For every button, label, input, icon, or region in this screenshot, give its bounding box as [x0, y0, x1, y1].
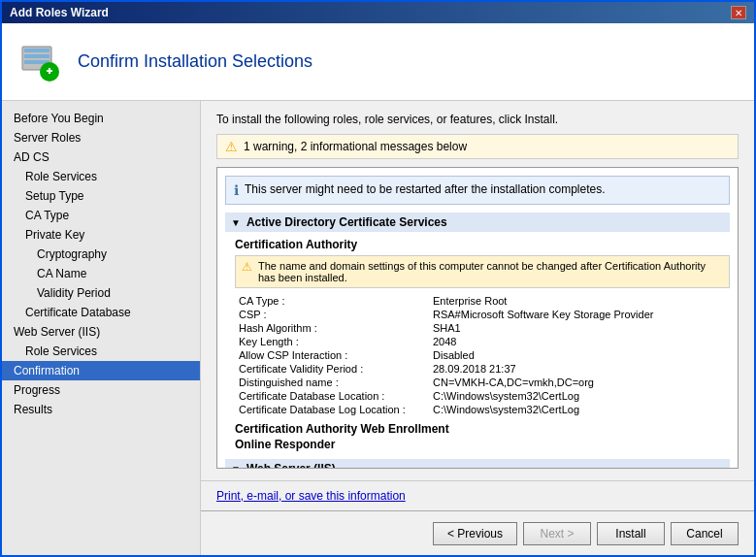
warn-box-icon: ⚠ — [242, 260, 252, 274]
table-row: Key Length : 2048 — [235, 335, 730, 348]
section-ad-cs-title: Active Directory Certificate Services — [247, 215, 447, 229]
sidebar-item-cryptography[interactable]: Cryptography — [2, 245, 200, 264]
cert-auth-warning: ⚠ The name and domain settings of this c… — [235, 255, 730, 288]
field-label: Distinguished name : — [235, 376, 429, 389]
section-ad-cs-header: ▼ Active Directory Certificate Services — [225, 213, 730, 232]
sidebar-item-private-key[interactable]: Private Key — [2, 225, 200, 245]
field-value: 28.09.2018 21:37 — [429, 362, 730, 376]
page-title: Confirm Installation Selections — [78, 51, 312, 72]
sidebar-item-ad-cs[interactable]: AD CS — [2, 147, 200, 167]
wizard-icon — [17, 39, 64, 85]
sidebar-item-server-roles[interactable]: Server Roles — [2, 128, 200, 147]
cert-auth-title: Certification Authority — [235, 238, 730, 251]
field-value: CN=VMKH-CA,DC=vmkh,DC=org — [429, 376, 730, 389]
field-label: Allow CSP Interaction : — [235, 348, 429, 362]
info-scroll-area: ℹ This server might need to be restarted… — [216, 167, 739, 469]
sidebar-item-confirmation[interactable]: Confirmation — [2, 361, 200, 380]
field-label: Hash Algorithm : — [235, 321, 429, 335]
main-area: Before You Begin Server Roles AD CS Role… — [2, 101, 754, 555]
info-banner: ℹ This server might need to be restarted… — [225, 176, 730, 205]
content: To install the following roles, role ser… — [201, 101, 754, 555]
field-value: SHA1 — [429, 321, 730, 335]
field-label: Certificate Validity Period : — [235, 362, 429, 376]
sidebar: Before You Begin Server Roles AD CS Role… — [2, 101, 201, 555]
sidebar-item-ca-type[interactable]: CA Type — [2, 206, 200, 225]
info-banner-text: This server might need to be restarted a… — [245, 182, 606, 196]
collapse-icon: ▼ — [231, 217, 241, 228]
collapse-icon-2: ▼ — [231, 464, 241, 469]
instruction-text: To install the following roles, role ser… — [216, 113, 739, 126]
warn-box-text: The name and domain settings of this com… — [258, 260, 723, 283]
table-row: Allow CSP Interaction : Disabled — [235, 348, 730, 362]
window-title: Add Roles Wizard — [10, 6, 109, 19]
sidebar-item-results[interactable]: Results — [2, 400, 200, 419]
field-label: Certificate Database Log Location : — [235, 403, 429, 416]
warning-triangle-icon: ⚠ — [225, 139, 238, 154]
table-row: Certificate Database Location : C:\Windo… — [235, 389, 730, 403]
install-button[interactable]: Install — [597, 522, 665, 545]
table-row: CSP : RSA#Microsoft Software Key Storage… — [235, 308, 730, 321]
sidebar-item-role-services[interactable]: Role Services — [2, 167, 200, 186]
field-label: Key Length : — [235, 335, 429, 348]
sidebar-item-validity-period[interactable]: Validity Period — [2, 283, 200, 303]
sidebar-item-progress[interactable]: Progress — [2, 380, 200, 400]
svg-rect-1 — [24, 49, 49, 52]
table-row: Certificate Validity Period : 28.09.2018… — [235, 362, 730, 376]
sidebar-item-certificate-database[interactable]: Certificate Database — [2, 303, 200, 322]
content-inner: To install the following roles, role ser… — [201, 101, 754, 480]
warning-bar: ⚠ 1 warning, 2 informational messages be… — [216, 134, 739, 159]
close-button[interactable]: ✕ — [731, 6, 746, 19]
field-value: Enterprise Root — [429, 294, 730, 308]
field-value: C:\Windows\system32\CertLog — [429, 403, 730, 416]
window: Add Roles Wizard ✕ Confirm Installation … — [0, 0, 756, 557]
table-row: Distinguished name : CN=VMKH-CA,DC=vmkh,… — [235, 376, 730, 389]
field-label: CSP : — [235, 308, 429, 321]
scroll-content[interactable]: ℹ This server might need to be restarted… — [217, 168, 738, 468]
svg-rect-2 — [24, 54, 49, 58]
table-row: Hash Algorithm : SHA1 — [235, 321, 730, 335]
sidebar-item-role-services-2[interactable]: Role Services — [2, 342, 200, 361]
cancel-button[interactable]: Cancel — [671, 522, 739, 545]
table-row: CA Type : Enterprise Root — [235, 294, 730, 308]
sidebar-item-web-server-iis[interactable]: Web Server (IIS) — [2, 322, 200, 342]
table-row: Certificate Database Log Location : C:\W… — [235, 403, 730, 416]
footer: < Previous Next > Install Cancel — [201, 510, 754, 555]
field-value: 2048 — [429, 335, 730, 348]
header: Confirm Installation Selections — [2, 23, 754, 101]
section-ad-cs-content: Certification Authority ⚠ The name and d… — [235, 238, 730, 451]
cert-info-table: CA Type : Enterprise Root CSP : RSA#Micr… — [235, 294, 730, 416]
warning-text: 1 warning, 2 informational messages belo… — [244, 140, 467, 153]
info-circle-icon: ℹ — [234, 182, 239, 198]
section-iis-header: ▼ Web Server (IIS) — [225, 459, 730, 468]
field-value: RSA#Microsoft Software Key Storage Provi… — [429, 308, 730, 321]
sidebar-item-ca-name[interactable]: CA Name — [2, 264, 200, 283]
field-label: Certificate Database Location : — [235, 389, 429, 403]
sidebar-item-before-you-begin[interactable]: Before You Begin — [2, 109, 200, 128]
field-value: Disabled — [429, 348, 730, 362]
print-save-link[interactable]: Print, e-mail, or save this information — [216, 489, 406, 503]
title-bar: Add Roles Wizard ✕ — [2, 2, 754, 23]
previous-button[interactable]: < Previous — [433, 522, 517, 545]
sidebar-item-setup-type[interactable]: Setup Type — [2, 186, 200, 206]
link-bar: Print, e-mail, or save this information — [201, 480, 754, 510]
field-label: CA Type : — [235, 294, 429, 308]
svg-rect-6 — [49, 68, 50, 74]
section-iis-title: Web Server (IIS) — [247, 462, 336, 468]
next-button[interactable]: Next > — [523, 522, 591, 545]
online-responder-title: Online Responder — [235, 438, 730, 451]
field-value: C:\Windows\system32\CertLog — [429, 389, 730, 403]
cert-web-enrollment-title: Certification Authority Web Enrollment — [235, 422, 730, 436]
